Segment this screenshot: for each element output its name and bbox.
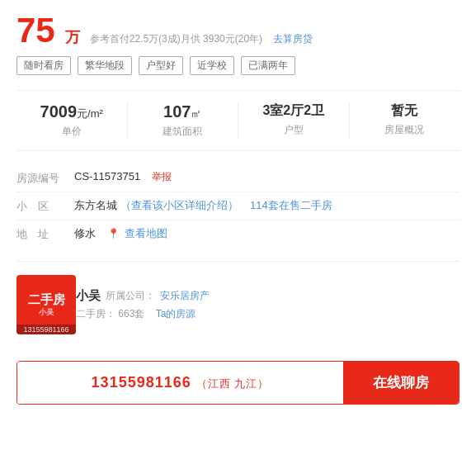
company-link[interactable]: 安乐居房产	[160, 289, 210, 303]
tag-item: 户型好	[139, 56, 183, 75]
address-value: 修水	[74, 227, 96, 239]
phone-number: 13155981166	[92, 374, 191, 391]
phone-location: （江西 九江）	[196, 377, 270, 390]
map-link[interactable]: 查看地图	[125, 227, 167, 239]
price-unit: 万	[65, 27, 80, 47]
agent-avatar: 二手房 小吴 13155981166	[16, 275, 76, 334]
info-row-community: 小 区 东方名城 （查看该小区详细介绍） 114套在售二手房	[16, 192, 460, 220]
avatar-phone: 13155981166	[16, 325, 76, 334]
stat-area: 107㎡ 建筑面积	[128, 102, 239, 139]
tag-item: 繁华地段	[78, 56, 132, 75]
info-row-address: 地 址 修水 📍 查看地图	[16, 220, 460, 248]
tag-item: 已满两年	[241, 56, 295, 75]
avatar-name-text: 小吴	[28, 308, 65, 317]
community-name: 东方名城	[74, 199, 117, 211]
price-ref: 参考首付22.5万(3成)月供 3930元(20年) 去算房贷	[90, 32, 313, 46]
stat-unit-price: 7009元/m² 单价	[16, 102, 128, 139]
agent-source-link[interactable]: Ta的房源	[156, 308, 196, 320]
listing-id: CS-11573751	[74, 170, 140, 182]
agent-listings-count: 663套	[118, 308, 144, 320]
chat-button[interactable]: 在线聊房	[343, 362, 459, 404]
tag-item: 近学校	[190, 56, 234, 75]
community-listings-link[interactable]: 114套在售二手房	[250, 199, 332, 211]
bottom-buttons: 13155981166 （江西 九江） 在线聊房	[16, 361, 460, 405]
info-row-id: 房源编号 CS-11573751 举报	[16, 164, 460, 192]
agent-type-label: 二手房：	[76, 308, 115, 320]
stat-layout: 3室2厅2卫 户型	[238, 102, 350, 139]
price-section: 75 万 参考首付22.5万(3成)月供 3930元(20年) 去算房贷	[16, 13, 460, 48]
agent-section: 二手房 小吴 13155981166 小吴 所属公司： 安乐居房产 二手房： 6…	[16, 261, 460, 348]
avatar-main-text: 二手房	[28, 292, 65, 307]
price-value: 75	[16, 13, 55, 48]
agent-info: 小吴 所属公司： 安乐居房产 二手房： 663套 Ta的房源	[76, 288, 460, 321]
community-detail-link[interactable]: （查看该小区详细介绍）	[120, 199, 238, 211]
tags-row: 随时看房 繁华地段 户型好 近学校 已满两年	[16, 56, 460, 75]
agent-name: 小吴	[76, 288, 101, 304]
tag-item: 随时看房	[16, 56, 71, 75]
info-section: 房源编号 CS-11573751 举报 小 区 东方名城 （查看该小区详细介绍）…	[16, 164, 460, 248]
location-icon: 📍	[107, 228, 120, 239]
loan-link[interactable]: 去算房贷	[273, 33, 313, 45]
company-label: 所属公司：	[106, 289, 155, 303]
report-link[interactable]: 举报	[152, 171, 172, 182]
phone-button[interactable]: 13155981166 （江西 九江）	[17, 362, 343, 404]
stats-row: 7009元/m² 单价 107㎡ 建筑面积 3室2厅2卫 户型 暂无 房屋概况	[16, 90, 460, 151]
stat-overview: 暂无 房屋概况	[350, 102, 460, 139]
